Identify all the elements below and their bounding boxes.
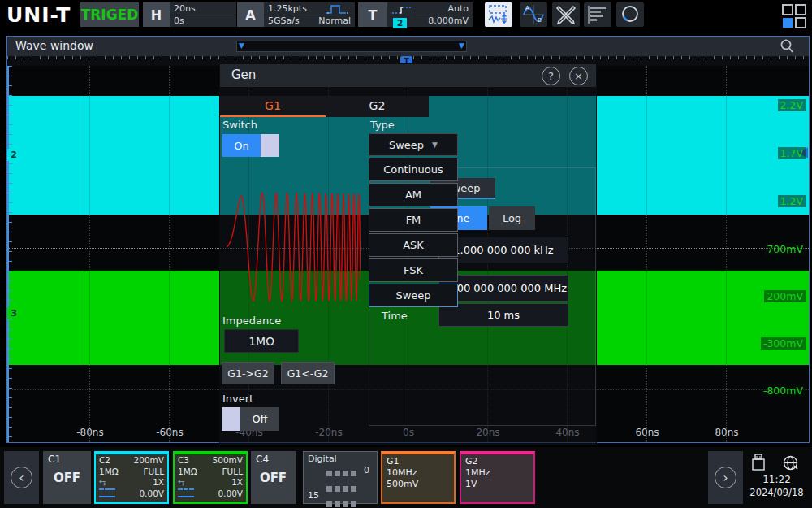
top-toolbar: UNI-T TRIGED H 20ns 0s A 1.25kpts 5GSa/s…: [0, 0, 812, 33]
voltage-label: -300mV: [761, 337, 806, 350]
gen2-card[interactable]: G2 1MHz 1V: [460, 451, 535, 504]
histogram-tool-button[interactable]: [584, 2, 611, 27]
left-axis-ticks: [9, 66, 12, 442]
channel3-name: C3: [178, 455, 189, 467]
help-button[interactable]: ?: [542, 67, 560, 85]
channel1-card[interactable]: C1 OFF: [43, 451, 91, 504]
close-icon: ×: [574, 70, 583, 82]
invert-on-segment[interactable]: [222, 407, 240, 431]
channel-status-bar: ‹ C1 OFF C2200mV 1MΩFULL ⇆1X 0.00V C3500…: [0, 447, 812, 508]
slider-arrow-icon[interactable]: ▼: [459, 41, 464, 50]
trigger-settings-group[interactable]: T 2 Auto 8.000mV: [358, 2, 473, 27]
voltage-label: 700mV: [764, 243, 806, 255]
system-status-area[interactable]: 11:22 2024/09/18: [745, 451, 808, 504]
time-label: -60ns: [145, 427, 194, 438]
switch-off-segment[interactable]: [261, 134, 279, 157]
type-option-sweep[interactable]: Sweep: [369, 284, 458, 307]
type-option-ask[interactable]: ASK: [369, 233, 458, 257]
type-option-continuous[interactable]: Continuous: [369, 158, 458, 181]
tab-g1[interactable]: G1: [220, 96, 326, 117]
bandwidth-limit-icon: [99, 488, 115, 497]
channel2-offset: 0.00V: [139, 488, 164, 500]
horizontal-key[interactable]: H: [143, 2, 170, 27]
trigger-mode-value: Auto: [447, 3, 469, 14]
acquire-mode-value: Normal: [318, 15, 351, 26]
zoom-button[interactable]: [780, 39, 794, 54]
switch-label: Switch: [222, 119, 257, 131]
channel2-bandwidth: FULL: [144, 467, 164, 478]
measure-tools-button[interactable]: [552, 2, 580, 27]
clock-date: 2024/09/18: [745, 487, 808, 498]
tab-g2[interactable]: G2: [326, 96, 429, 117]
gen1-card[interactable]: G1 10MHz 500mV: [381, 451, 456, 504]
dialog-titlebar[interactable]: Gen ? ×: [220, 64, 596, 87]
sample-rate-value: 5GSa/s: [268, 15, 300, 26]
horizontal-offset-value: 0s: [174, 15, 184, 26]
prev-page-button[interactable]: ‹: [4, 451, 39, 504]
clock-time: 11:22: [745, 474, 808, 485]
invert-toggle[interactable]: Off: [222, 407, 279, 431]
sweep-scale-log-button[interactable]: Log: [489, 206, 535, 230]
digital-card[interactable]: Digital 0 15: [303, 451, 378, 504]
channel2-marker[interactable]: 2: [7, 149, 20, 161]
channel3-marker[interactable]: 3: [7, 307, 20, 319]
channel2-scale: 200mV: [134, 455, 164, 467]
switch-on-segment[interactable]: On: [222, 134, 261, 157]
sweep-start-freq-field[interactable]: 1.000 000 000 kHz: [438, 237, 568, 263]
digital-bit-square: [343, 501, 348, 507]
histogram-icon: [587, 5, 608, 24]
memory-depth-value: 1.25kpts: [268, 3, 307, 14]
ab-waveform-tool-button[interactable]: A B: [520, 2, 547, 27]
trigger-key[interactable]: T: [358, 2, 387, 27]
close-button[interactable]: ×: [569, 67, 588, 85]
type-option-fsk[interactable]: FSK: [369, 258, 458, 282]
invert-off-segment[interactable]: Off: [240, 407, 279, 431]
cursor-move-tool-button[interactable]: [485, 2, 512, 27]
time-label: 80ns: [702, 427, 751, 438]
search-tool-button[interactable]: [616, 2, 644, 27]
wave-window-title: Wave window: [15, 39, 93, 52]
prev-icon: ‹: [11, 467, 32, 488]
digital-low-index: 15: [308, 490, 319, 501]
acquire-key[interactable]: A: [237, 2, 264, 27]
gen2-name: G2: [461, 456, 533, 467]
svg-text:B: B: [538, 17, 542, 24]
channel3-impedance: 1MΩ: [178, 467, 197, 478]
type-dropdown-value: Sweep: [389, 139, 424, 151]
channel3-offset: 0.00V: [218, 488, 243, 500]
next-page-button[interactable]: ›: [708, 451, 743, 504]
cursor-move-icon: [488, 5, 509, 24]
copy-g2-to-g1-button[interactable]: G1<-G2: [281, 362, 335, 384]
trigger-source-badge: 2: [393, 18, 407, 28]
channel3-probe: 1X: [231, 477, 243, 488]
type-option-fm[interactable]: FM: [369, 208, 458, 232]
bandwidth-limit-icon: [178, 488, 194, 497]
type-option-am[interactable]: AM: [369, 183, 458, 206]
impedance-button[interactable]: 1MΩ: [224, 329, 299, 353]
search-circle-icon: [620, 4, 641, 25]
channel3-card[interactable]: C3500mV 1MΩFULL ⇆1X 0.00V: [173, 451, 248, 504]
invert-label: Invert: [222, 393, 253, 405]
wave-position-slider[interactable]: ▼ ▼: [236, 41, 467, 52]
sweep-time-label: Time: [382, 310, 408, 322]
trigger-status-badge: TRIGED: [80, 2, 139, 27]
window-layout-button[interactable]: [781, 3, 807, 29]
digital-bit-square: [326, 486, 332, 492]
grid-layout-icon: [781, 3, 807, 29]
network-globe-icon: [783, 455, 798, 471]
type-dropdown[interactable]: Sweep ▼: [369, 133, 458, 156]
wave-window-titlebar: Wave window ▼ ▼: [7, 37, 809, 56]
sweep-stop-freq-field[interactable]: 1.000 000 000 000 MHz: [438, 275, 568, 302]
digital-name: Digital: [308, 454, 337, 464]
channel4-card[interactable]: C4 OFF: [251, 451, 296, 504]
slider-arrow-icon[interactable]: ▼: [239, 41, 244, 50]
digital-bit-square: [343, 486, 348, 492]
horizontal-settings-group[interactable]: H 20ns 0s: [143, 2, 236, 27]
switch-toggle[interactable]: On: [222, 134, 279, 157]
digital-bit-square: [335, 486, 340, 492]
acquire-settings-group[interactable]: A 1.25kpts 5GSa/s Normal: [237, 2, 355, 27]
channel2-card[interactable]: C2200mV 1MΩFULL ⇆1X 0.00V: [94, 451, 169, 504]
copy-g1-to-g2-button[interactable]: G1->G2: [222, 362, 274, 384]
sweep-time-field[interactable]: 10 ms: [438, 303, 568, 327]
trigger-edge-icon: [392, 5, 412, 15]
